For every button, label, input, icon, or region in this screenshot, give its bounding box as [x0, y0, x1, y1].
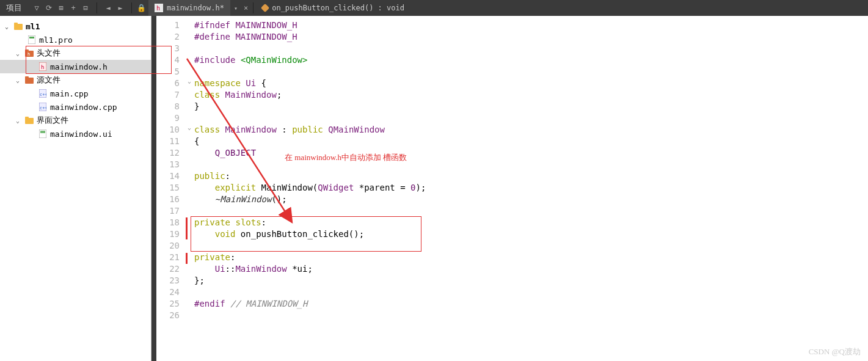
- tree-item-mainwindow-cpp[interactable]: c++ mainwindow.cpp: [0, 100, 151, 114]
- gutter-strip: [151, 16, 156, 361]
- chevron-down-icon[interactable]: ⌄: [16, 117, 24, 124]
- tree-folder-headers[interactable]: ⌄ h 头文件: [0, 46, 151, 60]
- separator: [253, 2, 253, 13]
- breadcrumb-function: on_pushButton_clicked() : void: [272, 4, 404, 12]
- separator: [97, 2, 97, 13]
- split-icon[interactable]: ⊟: [81, 3, 90, 13]
- filter-icon[interactable]: ▽: [32, 3, 42, 13]
- code-area[interactable]: #ifndef MAINWINDOW_H#define MAINWINDOW_H…: [194, 16, 868, 361]
- header-file-icon: h: [155, 4, 163, 12]
- svg-rect-12: [25, 76, 29, 79]
- tree-label: mainwindow.ui: [50, 129, 112, 139]
- svg-text:h: h: [41, 64, 44, 70]
- svg-text:h: h: [156, 5, 160, 12]
- svg-text:c++: c++: [40, 92, 46, 97]
- nav-back-icon[interactable]: ◄: [103, 3, 113, 13]
- folder-icon: [24, 116, 34, 125]
- cpp-file-icon: c++: [38, 103, 48, 111]
- svg-rect-3: [14, 23, 18, 25]
- top-toolbar: 项目 ▽ ⟳ ⊞ + ⊟ ◄ ► 🔒 h mainwindow.h* ▾ × o…: [0, 0, 868, 16]
- project-icon: [13, 22, 23, 31]
- tree-root[interactable]: ⌄ ml1: [0, 20, 151, 33]
- pro-file-icon: [27, 35, 37, 44]
- code-editor[interactable]: 1234567891011121314151617181920212223242…: [156, 16, 868, 361]
- tree-label: ml1: [26, 22, 40, 31]
- layout-icon[interactable]: ⊞: [56, 3, 66, 13]
- tree-label: mainwindow.cpp: [50, 103, 117, 112]
- svg-text:c++: c++: [40, 106, 46, 111]
- watermark: CSDN @Q渡劫: [809, 346, 861, 357]
- line-marker: [186, 217, 188, 239]
- nav-forward-icon[interactable]: ►: [115, 3, 125, 13]
- svg-rect-18: [25, 117, 29, 119]
- tree-label: 源文件: [37, 75, 60, 86]
- panel-title: 项目: [0, 2, 28, 13]
- tree-label: 头文件: [37, 48, 60, 59]
- nav-group: ◄ ►: [100, 3, 129, 13]
- cpp-file-icon: c++: [38, 89, 48, 98]
- svg-text:h: h: [27, 52, 30, 57]
- project-tree: ⌄ ml1 ml1.pro ⌄ h 头文件 h mainwindow.h ⌄ 源…: [0, 16, 151, 361]
- svg-rect-20: [40, 131, 45, 133]
- tab-close-icon[interactable]: ×: [241, 4, 250, 12]
- breadcrumb[interactable]: on_pushButton_clicked() : void: [256, 4, 410, 12]
- chevron-down-icon[interactable]: ⌄: [16, 77, 24, 84]
- tree-label: mainwindow.h: [50, 62, 108, 71]
- chevron-down-icon[interactable]: ⌄: [16, 50, 24, 57]
- tree-folder-forms[interactable]: ⌄ 界面文件: [0, 114, 151, 127]
- line-number-gutter: 1234567891011121314151617181920212223242…: [156, 16, 184, 361]
- tab-dropdown-icon[interactable]: ▾: [230, 5, 241, 12]
- annotation-text: 在 mainwindow.h中自动添加 槽函数: [285, 152, 407, 163]
- lock-icon[interactable]: 🔒: [134, 4, 148, 12]
- toolbar-icon-group: ▽ ⟳ ⊞ + ⊟: [28, 3, 94, 13]
- separator: [131, 2, 132, 13]
- fold-column: ⌄⌄: [184, 16, 194, 361]
- tree-item-pro[interactable]: ml1.pro: [0, 33, 151, 46]
- tree-item-main-cpp[interactable]: c++ main.cpp: [0, 87, 151, 100]
- tree-label: ml1.pro: [39, 35, 73, 45]
- tree-folder-sources[interactable]: ⌄ 源文件: [0, 73, 151, 87]
- tree-label: 界面文件: [37, 115, 68, 126]
- tab-filename: mainwindow.h*: [167, 4, 224, 12]
- line-marker: [186, 253, 188, 264]
- svg-rect-5: [29, 37, 34, 38]
- header-file-icon: h: [38, 62, 48, 71]
- tree-item-mainwindow-h[interactable]: h mainwindow.h: [0, 60, 151, 73]
- add-icon[interactable]: +: [68, 3, 78, 13]
- function-icon: [261, 4, 269, 12]
- chevron-down-icon[interactable]: ⌄: [5, 23, 13, 30]
- tree-label: main.cpp: [50, 89, 89, 98]
- ui-file-icon: [38, 129, 48, 138]
- folder-icon: h: [24, 49, 34, 57]
- sync-icon[interactable]: ⟳: [44, 3, 54, 13]
- editor-tab[interactable]: h mainwindow.h*: [148, 0, 230, 16]
- folder-icon: [24, 76, 34, 84]
- tree-item-mainwindow-ui[interactable]: mainwindow.ui: [0, 127, 151, 140]
